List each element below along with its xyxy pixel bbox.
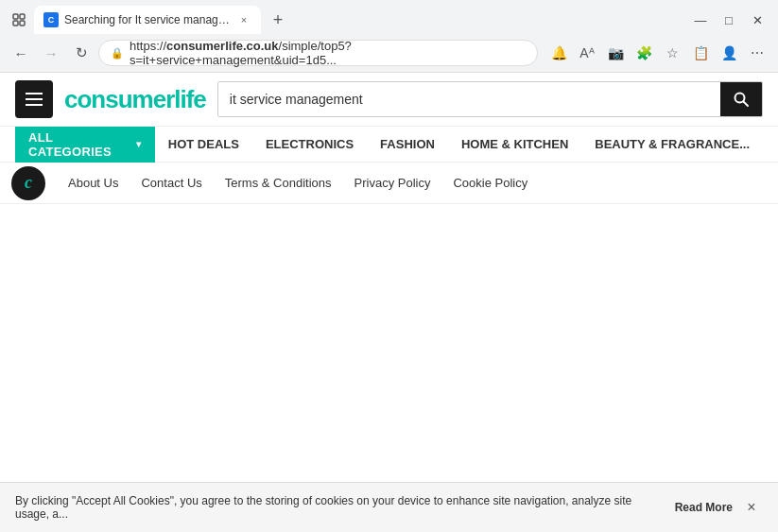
nav-item-electronics[interactable]: ELECTRONICS: [252, 127, 367, 163]
logo-suffix: life: [174, 85, 206, 113]
cookie-text: By clicking "Accept All Cookies", you ag…: [15, 494, 667, 521]
main-content: [0, 204, 778, 488]
category-nav: ALL CATEGORIES ▾ HOT DEALS ELECTRONICS F…: [0, 126, 778, 162]
read-more-link[interactable]: Read More: [675, 501, 733, 514]
svg-rect-0: [13, 14, 18, 19]
new-tab-button[interactable]: +: [265, 7, 291, 33]
nav-item-home-kitchen[interactable]: HOME & KITCHEN: [448, 127, 581, 163]
website-content: consumerlife ALL CATEGORIES ▾ HOT DEALS: [0, 73, 778, 488]
maximize-button[interactable]: □: [716, 7, 742, 33]
refresh-button[interactable]: ↻: [68, 40, 95, 66]
tab-title: Searching for It service manage...: [64, 13, 231, 26]
screenshot-icon[interactable]: 📷: [602, 40, 629, 66]
back-button[interactable]: ←: [8, 40, 34, 66]
svg-line-5: [744, 102, 749, 107]
tab-switcher[interactable]: [8, 9, 30, 31]
logo-prefix: consumer: [64, 85, 174, 113]
svg-rect-1: [20, 14, 25, 19]
lock-icon: 🔒: [111, 47, 124, 60]
close-button[interactable]: ✕: [744, 7, 770, 33]
site-logo-small: c: [11, 166, 45, 200]
secondary-nav: c About Us Contact Us Terms & Conditions…: [0, 163, 778, 204]
minimize-button[interactable]: —: [687, 7, 714, 33]
tab-close-button[interactable]: ×: [236, 12, 251, 27]
cookie-banner: By clicking "Accept All Cookies", you ag…: [0, 482, 778, 532]
cookie-close-button[interactable]: ×: [740, 496, 763, 519]
secondary-nav-privacy[interactable]: Privacy Policy: [345, 163, 441, 204]
browser-chrome: C Searching for It service manage... × +…: [0, 0, 778, 73]
search-bar: [217, 81, 763, 117]
collections-icon[interactable]: 📋: [687, 40, 714, 66]
font-size-icon[interactable]: Aᴬ: [574, 40, 600, 66]
url-bar[interactable]: 🔒 https://consumerlife.co.uk/simple/top5…: [98, 40, 538, 66]
nav-item-fashion[interactable]: FASHION: [367, 127, 448, 163]
active-tab[interactable]: C Searching for It service manage... ×: [34, 6, 261, 34]
profile-icon[interactable]: 👤: [716, 40, 742, 66]
secondary-nav-about[interactable]: About Us: [59, 163, 128, 204]
nav-item-beauty[interactable]: BEAUTY & FRAGRANCE...: [581, 127, 763, 163]
more-menu-icon[interactable]: ⋯: [744, 40, 770, 66]
secondary-nav-cookie[interactable]: Cookie Policy: [443, 163, 537, 204]
notification-icon[interactable]: 🔔: [545, 40, 572, 66]
search-button[interactable]: [720, 82, 762, 116]
svg-rect-3: [20, 21, 25, 26]
site-logo[interactable]: consumerlife: [64, 85, 206, 114]
all-categories-button[interactable]: ALL CATEGORIES ▾: [15, 127, 155, 163]
svg-rect-2: [13, 21, 18, 26]
secondary-nav-terms[interactable]: Terms & Conditions: [216, 163, 341, 204]
search-input[interactable]: [218, 82, 720, 116]
url-text: https://consumerlife.co.uk/simple/top5?s…: [130, 39, 526, 67]
forward-button[interactable]: →: [38, 40, 64, 66]
hamburger-menu[interactable]: [15, 80, 53, 118]
secondary-nav-contact[interactable]: Contact Us: [131, 163, 211, 204]
all-categories-label: ALL CATEGORIES: [28, 130, 130, 159]
nav-item-hot-deals[interactable]: HOT DEALS: [155, 127, 252, 163]
favorites-icon[interactable]: ☆: [659, 40, 685, 66]
chevron-down-icon: ▾: [136, 139, 141, 149]
tab-favicon: C: [43, 12, 59, 27]
extensions-icon[interactable]: 🧩: [631, 40, 657, 66]
